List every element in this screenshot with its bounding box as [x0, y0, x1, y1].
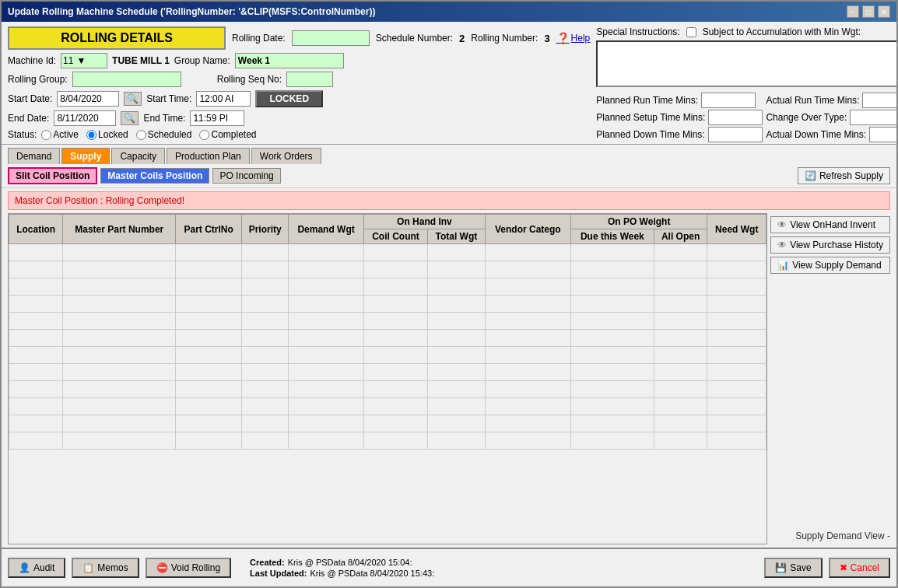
special-instructions-container: ▲ ▼: [596, 40, 896, 89]
created-info: Created: Kris @ PSData 8/04/2020 15:04: …: [250, 558, 434, 578]
planned-down-input[interactable]: [708, 127, 763, 142]
col-coil-count: Coil Count: [364, 229, 428, 244]
help-link[interactable]: ❓ Help: [556, 32, 591, 44]
rolling-date-input[interactable]: [292, 30, 370, 46]
radio-locked[interactable]: [86, 130, 96, 140]
special-instructions-textarea[interactable]: [596, 40, 896, 87]
rolling-number-value: 3: [544, 33, 549, 44]
accumulation-checkbox[interactable]: [686, 27, 696, 37]
col-vendor-cat: Vendor Catego: [485, 215, 570, 244]
tube-mill-label: TUBE MILL 1: [112, 55, 170, 66]
save-button[interactable]: 💾 Save: [764, 558, 822, 578]
help-icon: ❓: [556, 32, 570, 44]
table-row: [9, 261, 766, 278]
view-purchase-button[interactable]: 👁 View Purchase Histoty: [770, 236, 890, 254]
subtab-master-coils[interactable]: Master Coils Position: [100, 168, 209, 184]
view-supply-demand-button[interactable]: 📊 View Supply Demand: [770, 257, 890, 274]
group-name-label: Group Name:: [174, 55, 230, 66]
radio-scheduled[interactable]: [136, 130, 146, 140]
window-controls: − □ ✕: [847, 5, 890, 18]
created-label: Created:: [250, 558, 285, 567]
subtab-bar: Slit Coil Position Master Coils Position…: [2, 164, 896, 188]
status-active-radio[interactable]: Active: [41, 129, 79, 140]
rolling-group-input[interactable]: [72, 72, 181, 87]
table-row: [9, 415, 766, 432]
planned-setup-input[interactable]: [708, 110, 763, 125]
col-on-po-weight: On PO Weight: [570, 215, 707, 229]
locked-button[interactable]: LOCKED: [255, 90, 323, 107]
special-instructions-label: Special Instructions:: [596, 26, 679, 37]
end-date-picker[interactable]: 🔍: [121, 111, 139, 125]
radio-completed[interactable]: [199, 130, 209, 140]
end-date-input[interactable]: [54, 110, 116, 126]
status-completed-radio[interactable]: Completed: [199, 129, 256, 140]
accumulation-label: Subject to Accumulation with Min Wgt:: [703, 26, 861, 37]
group-name-input[interactable]: [235, 53, 344, 68]
machine-id-label: Machine Id:: [8, 55, 56, 66]
header-area: ROLLING DETAILS Rolling Date: Schedule N…: [2, 22, 896, 144]
time-fields-grid: Planned Run Time Mins: Actual Run Time M…: [596, 93, 896, 142]
start-time-input[interactable]: [196, 91, 251, 107]
eye-icon-1: 👁: [777, 219, 787, 230]
refresh-supply-button[interactable]: 🔄 Refresh Supply: [798, 167, 890, 184]
audit-icon: 👤: [19, 562, 30, 573]
table-row: [9, 398, 766, 415]
save-icon: 💾: [775, 562, 787, 573]
memos-button[interactable]: 📋 Memos: [72, 558, 139, 578]
machine-id-select[interactable]: 11 ▼: [61, 53, 107, 68]
tab-capacity[interactable]: Capacity: [111, 148, 165, 164]
table-row: [9, 296, 766, 313]
tab-demand[interactable]: Demand: [8, 148, 60, 164]
radio-active[interactable]: [41, 130, 51, 140]
audit-button[interactable]: 👤 Audit: [8, 558, 65, 578]
col-part-ctrl: Part CtrlNo: [176, 215, 242, 244]
maximize-button[interactable]: □: [862, 5, 875, 18]
tab-bar: Demand Supply Capacity Production Plan W…: [2, 148, 896, 164]
subtab-slit-coil[interactable]: Slit Coil Position: [8, 167, 97, 184]
change-over-input[interactable]: [850, 110, 896, 125]
planned-run-row: Planned Run Time Mins:: [596, 93, 763, 108]
planned-run-input[interactable]: [701, 93, 756, 108]
tab-supply[interactable]: Supply: [61, 148, 110, 164]
start-date-picker[interactable]: 🔍: [124, 92, 142, 106]
actual-run-input[interactable]: [862, 93, 896, 108]
rolling-group-label: Rolling Group:: [8, 74, 68, 85]
close-button[interactable]: ✕: [878, 5, 890, 18]
chart-icon: 📊: [777, 260, 789, 271]
help-label[interactable]: Help: [571, 33, 591, 44]
cancel-button[interactable]: ✖ Cancel: [829, 558, 890, 578]
tab-production-plan[interactable]: Production Plan: [167, 148, 250, 164]
table-container[interactable]: Location Master Part Number Part CtrlNo …: [8, 213, 767, 544]
header-row1: ROLLING DETAILS Rolling Date: Schedule N…: [8, 26, 590, 50]
subtab-po-incoming[interactable]: PO Incoming: [212, 168, 280, 184]
special-instructions-row: Special Instructions: Subject to Accumul…: [596, 26, 896, 37]
col-master-part: Master Part Number: [63, 215, 176, 244]
status-scheduled-radio[interactable]: Scheduled: [136, 129, 192, 140]
table-area: Location Master Part Number Part CtrlNo …: [8, 213, 890, 544]
void-rolling-button[interactable]: ⛔ Void Rolling: [146, 558, 231, 578]
void-icon: ⛔: [156, 562, 168, 573]
col-total-wgt: Total Wgt: [427, 229, 485, 244]
actual-run-label: Actual Run Time Mins:: [766, 95, 859, 106]
start-date-input[interactable]: [57, 91, 119, 107]
end-time-input[interactable]: [190, 110, 244, 126]
actual-down-input[interactable]: [869, 127, 896, 142]
col-due-this-week: Due this Week: [570, 229, 654, 244]
col-priority: Priority: [242, 215, 289, 244]
main-window: Update Rolling Machine Schedule ('Rollin…: [0, 0, 898, 588]
view-onhand-button[interactable]: 👁 View OnHand Invent: [770, 216, 890, 233]
cancel-icon: ✖: [840, 562, 847, 573]
machine-id-value: 11: [63, 55, 73, 66]
actual-down-row: Actual Down Time Mins:: [766, 127, 896, 142]
created-row: Created: Kris @ PSData 8/04/2020 15:04:: [250, 558, 434, 567]
change-over-row: Change Over Type: 🔍: [766, 110, 896, 125]
memos-icon: 📋: [82, 562, 94, 573]
rolling-seq-input[interactable]: [286, 72, 333, 87]
planned-run-label: Planned Run Time Mins:: [596, 95, 698, 106]
actual-down-label: Actual Down Time Mins:: [766, 129, 866, 140]
tab-work-orders[interactable]: Work Orders: [251, 148, 321, 164]
window-title: Update Rolling Machine Schedule ('Rollin…: [8, 6, 375, 17]
right-form: Special Instructions: Subject to Accumul…: [596, 26, 896, 142]
minimize-button[interactable]: −: [847, 5, 859, 18]
status-locked-radio[interactable]: Locked: [86, 129, 128, 140]
